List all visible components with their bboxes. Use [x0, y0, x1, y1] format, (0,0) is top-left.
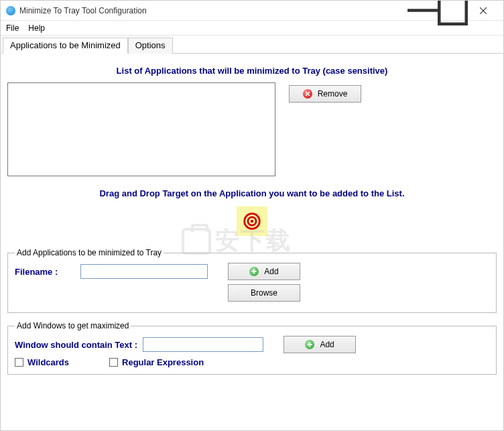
add-window-button[interactable]: Add	[284, 336, 356, 353]
drag-target[interactable]	[237, 206, 267, 236]
target-icon	[243, 212, 261, 231]
svg-point-8	[251, 220, 253, 223]
regex-checkbox[interactable]: Regular Expression	[109, 357, 204, 367]
browse-button-label: Browse	[251, 288, 277, 298]
titlebar: Minimize To Tray Tool Configuration	[1, 1, 503, 21]
remove-button-label: Remove	[318, 89, 348, 99]
filename-input[interactable]	[80, 264, 208, 279]
add-icon	[249, 267, 259, 276]
add-icon	[305, 340, 314, 349]
tab-content: List of Applications that will be minimi…	[1, 54, 503, 375]
minimize-button[interactable]	[407, 1, 438, 21]
add-applications-group: Add Applications to be minimized to Tray…	[7, 248, 497, 313]
browse-button[interactable]: Browse	[228, 284, 300, 302]
regex-label: Regular Expression	[122, 357, 204, 367]
add-windows-legend: Add Windows to get maximized	[15, 321, 131, 330]
close-button[interactable]	[468, 1, 498, 21]
add-window-button-label: Add	[320, 340, 334, 349]
tab-strip: Applications to be Minimized Options	[1, 37, 503, 54]
tab-options[interactable]: Options	[128, 38, 173, 54]
tab-applications[interactable]: Applications to be Minimized	[3, 38, 128, 54]
window-text-input[interactable]	[143, 337, 263, 352]
list-heading: List of Applications that will be minimi…	[7, 66, 497, 76]
app-icon	[6, 6, 15, 15]
checkbox-icon	[109, 358, 118, 367]
applications-listbox[interactable]	[7, 82, 275, 176]
menu-help[interactable]: Help	[28, 23, 45, 33]
remove-button[interactable]: Remove	[289, 85, 361, 103]
wildcards-checkbox[interactable]: Wildcards	[15, 357, 69, 367]
add-application-button[interactable]: Add	[228, 263, 300, 280]
wildcards-label: Wildcards	[27, 357, 69, 367]
maximize-button[interactable]	[438, 1, 468, 21]
drag-instruction: Drag and Drop Target on the Application …	[7, 188, 497, 198]
remove-icon	[303, 89, 312, 99]
add-button-label: Add	[264, 267, 278, 276]
window-controls	[407, 1, 498, 21]
svg-rect-1	[439, 0, 466, 24]
menu-file[interactable]: File	[6, 23, 19, 33]
filename-label: Filename :	[15, 267, 75, 277]
window-title: Minimize To Tray Tool Configuration	[19, 6, 407, 15]
add-windows-group: Add Windows to get maximized Window shou…	[7, 321, 497, 375]
window-text-label: Window should contain Text :	[15, 340, 137, 350]
add-applications-legend: Add Applications to be minimized to Tray	[15, 248, 164, 257]
checkbox-icon	[15, 358, 23, 367]
